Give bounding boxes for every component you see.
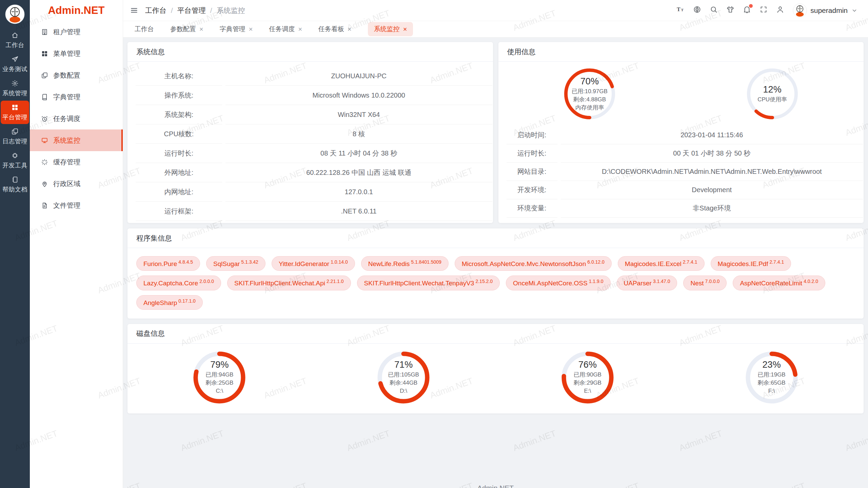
file-icon: [41, 202, 48, 209]
assembly-version: 0.17.1.0: [178, 298, 196, 304]
assembly-version: 2.15.2.0: [475, 279, 493, 284]
content: 系统信息 主机名称:ZUOHUAIJUN-PC操作系统:Microsoft Wi…: [123, 38, 868, 488]
assembly-tag: Microsoft.AspNetCore.Mvc.NewtonsoftJson6…: [455, 256, 612, 271]
sidebar-item-label: 行政区域: [53, 179, 80, 188]
rail-item-biz-test[interactable]: 业务测试: [1, 53, 29, 76]
sidebar-item-label: 字典管理: [53, 93, 80, 102]
building-icon: [41, 28, 48, 36]
rail-item-label: 系统管理: [2, 89, 27, 97]
info-row-value: D:\CODEWORK\Admin.NET\Admin.NET\Admin.NE…: [561, 163, 863, 181]
tab-close-icon[interactable]: ×: [249, 26, 253, 33]
gauge-center-text: 79%已用:94GB剩余:25GBC:\: [192, 350, 246, 405]
font-size-icon: TT: [676, 5, 685, 14]
info-row: 操作系统:Microsoft Windows 10.0.22000: [127, 86, 493, 105]
tab-param-config[interactable]: 参数配置×: [170, 25, 203, 34]
sidebar-item-region[interactable]: 行政区域: [30, 173, 123, 195]
sidebar-item-label: 租户管理: [53, 27, 80, 37]
alarm-icon: [41, 115, 48, 122]
rail-item-help-docs[interactable]: 帮助文档: [1, 173, 29, 196]
gauge-line: 剩余:65GB: [758, 379, 786, 387]
assembly-tag: Yitter.IdGenerator1.0.14.0: [272, 256, 355, 271]
notebook-icon: [11, 176, 19, 183]
rail-item-label: 工作台: [5, 41, 24, 49]
font-size-button[interactable]: TT: [676, 5, 685, 15]
tab-workbench[interactable]: 工作台: [135, 25, 154, 34]
hamburger-icon[interactable]: [130, 6, 138, 15]
info-row-value: 127.0.0.1: [225, 182, 492, 202]
info-row-value: Win32NT X64: [225, 105, 492, 124]
info-row-label: 操作系统:: [136, 86, 222, 105]
app-logo-avatar: [5, 4, 25, 24]
sidebar-item-param-config[interactable]: 参数配置: [30, 64, 123, 86]
breadcrumb-item[interactable]: 平台管理: [177, 6, 206, 15]
sidebar-nav: 租户管理菜单管理参数配置字典管理任务调度系统监控缓存管理行政区域文件管理: [30, 21, 123, 216]
info-row-value: Microsoft Windows 10.0.22000: [225, 86, 492, 105]
sidebar-item-system-monitor[interactable]: 系统监控: [30, 129, 123, 151]
book-icon: [41, 94, 48, 101]
sidebar-item-file[interactable]: 文件管理: [30, 195, 123, 216]
rail-item-platform-admin[interactable]: 平台管理: [1, 101, 29, 124]
tab-task-board[interactable]: 任务看板×: [318, 25, 352, 34]
pin-icon: [41, 180, 48, 187]
info-row-label: 网站目录:: [507, 163, 557, 181]
assemblies-card: 程序集信息 Furion.Pure4.8.4.5SqlSugar5.1.3.42…: [127, 228, 864, 319]
copy-icon: [11, 128, 19, 135]
tab-close-icon[interactable]: ×: [403, 26, 407, 33]
info-row: 运行时长:00 天 01 小时 38 分 50 秒: [498, 144, 864, 163]
info-row: 主机名称:ZUOHUAIJUN-PC: [127, 66, 493, 86]
sidebar-item-menu[interactable]: 菜单管理: [30, 43, 123, 64]
tab-close-icon[interactable]: ×: [199, 26, 203, 33]
loading-icon: [41, 159, 48, 166]
assembly-tag: Nest7.0.0.0: [683, 276, 727, 290]
breadcrumb-item[interactable]: 工作台: [145, 6, 166, 15]
gauge-line: 已用:90GB: [574, 371, 601, 379]
tab-close-icon[interactable]: ×: [348, 26, 352, 33]
sidebar-item-tenant[interactable]: 租户管理: [30, 21, 123, 43]
sidebar-item-label: 参数配置: [53, 71, 80, 80]
rail-item-workbench[interactable]: 工作台: [1, 28, 29, 52]
search-button[interactable]: [710, 5, 718, 15]
info-row: 开发环境:Development: [498, 181, 864, 199]
footer: Admin.NET Copyright © 2022 Dilon All rig…: [127, 483, 864, 488]
gauge-percent: 70%: [580, 76, 599, 87]
rail-item-label: 业务测试: [2, 65, 27, 73]
assembly-version: 4.8.4.5: [178, 259, 193, 265]
info-row-label: 开发环境:: [507, 181, 557, 199]
disk-c-gauge: 79%已用:94GB剩余:25GBC:\: [192, 350, 246, 405]
assembly-version: 2.21.1.0: [327, 279, 344, 284]
fullscreen-button[interactable]: [760, 5, 768, 15]
info-row-label: 内网地址:: [136, 182, 222, 202]
user-icon: [776, 5, 784, 14]
tab-task-schedule[interactable]: 任务调度×: [269, 25, 302, 34]
rail-item-dev-tools[interactable]: 开发工具: [1, 149, 29, 172]
gauge-percent: 23%: [763, 360, 781, 370]
gauge-line: 已用:94GB: [205, 371, 233, 379]
info-row-value: ZUOHUAIJUN-PC: [225, 66, 492, 86]
info-row: 外网地址:60.222.128.26 中国 山西 运城 联通: [127, 163, 493, 182]
breadcrumb-item: 系统监控: [217, 6, 245, 15]
assembly-version: 3.1.47.0: [653, 279, 670, 284]
tab-close-icon[interactable]: ×: [298, 26, 302, 33]
tab-label: 任务调度: [269, 25, 295, 34]
sidebar-item-task-schedule[interactable]: 任务调度: [30, 108, 123, 129]
gauge-percent: 79%: [210, 360, 229, 370]
user-menu[interactable]: superadmin: [793, 3, 858, 18]
sidebar-item-dict[interactable]: 字典管理: [30, 86, 123, 108]
gauge-center-text: 71%已用:105GB剩余:44GBD:\: [376, 350, 431, 405]
rail-item-system-admin[interactable]: 系统管理: [1, 77, 29, 100]
gear-icon: [11, 80, 19, 87]
info-row: 环境变量:非Stage环境: [498, 199, 864, 218]
gauge-line: 已用:19GB: [758, 371, 786, 379]
sidebar: Admin.NET 租户管理菜单管理参数配置字典管理任务调度系统监控缓存管理行政…: [30, 0, 123, 488]
theme-button[interactable]: [726, 5, 734, 15]
locale-button[interactable]: [693, 5, 701, 15]
notification-button[interactable]: [743, 5, 751, 15]
rail-item-log-admin[interactable]: 日志管理: [1, 125, 29, 148]
tab-dict[interactable]: 字典管理×: [220, 25, 253, 34]
tab-system-monitor[interactable]: 系统监控×: [368, 22, 413, 36]
profile-button[interactable]: [776, 5, 784, 15]
sidebar-item-cache[interactable]: 缓存管理: [30, 151, 123, 173]
info-row-label: CPU核数:: [136, 124, 222, 144]
locale-icon: [693, 5, 701, 14]
usage-info-card: 使用信息 70%已用:10.97GB剩余:4.88GB内存使用率12%CPU使用…: [498, 42, 864, 223]
